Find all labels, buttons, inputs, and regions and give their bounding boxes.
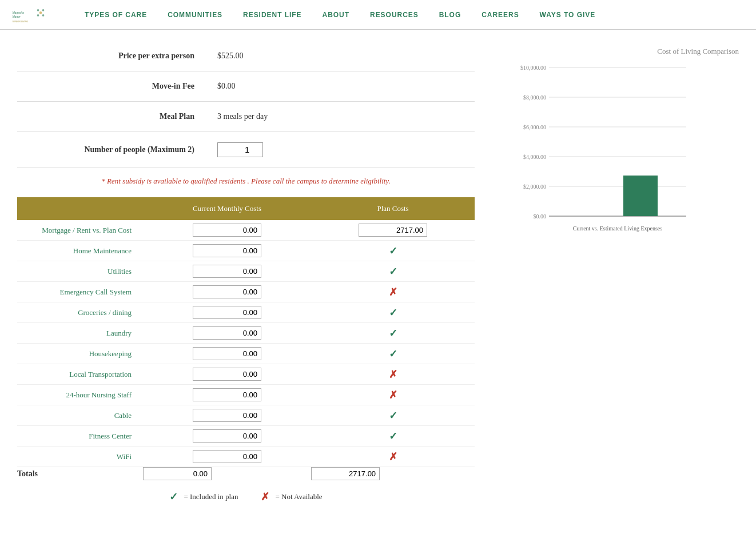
included-icon: ✓	[389, 266, 397, 277]
cross-icon: ✗	[261, 491, 269, 503]
col-header-plan: Plan Costs	[311, 197, 475, 220]
nav-link-blog[interactable]: BLOG	[429, 0, 472, 30]
legend-included: ✓ = Included in plan	[169, 491, 238, 503]
info-row-value: 3 meals per day	[217, 112, 469, 121]
people-count-input[interactable]	[217, 142, 263, 157]
row-current-cost[interactable]	[143, 241, 311, 261]
bar-plan	[623, 176, 658, 216]
table-row: WiFi✗	[17, 447, 475, 467]
table-row: Housekeeping✓	[17, 344, 475, 364]
nav-link-careers[interactable]: CAREERS	[471, 0, 529, 30]
chart-wrapper: $10,000.00 $8,000.00 $6,000.00 $4,000.00…	[509, 62, 703, 256]
info-row: Move-in Fee$0.00	[17, 71, 475, 102]
current-cost-input[interactable]	[193, 388, 261, 401]
left-panel: Price per extra person$525.00Move-in Fee…	[17, 41, 475, 509]
row-plan-cost: ✓	[311, 241, 475, 261]
table-row: Emergency Call System✗	[17, 282, 475, 302]
table-row: Utilities✓	[17, 261, 475, 282]
row-plan-cost: ✓	[311, 426, 475, 447]
not-available-icon: ✗	[389, 389, 397, 401]
nav-link-ways-to-give[interactable]: WAYS TO GIVE	[530, 0, 606, 30]
svg-text:$6,000.00: $6,000.00	[523, 124, 546, 130]
current-cost-input[interactable]	[193, 265, 261, 278]
totals-current[interactable]	[143, 467, 311, 481]
info-row-label: Meal Plan	[23, 112, 217, 121]
nav-link-types-of-care[interactable]: TYPES OF CARE	[74, 0, 157, 30]
included-icon: ✓	[389, 328, 397, 339]
row-plan-cost: ✓	[311, 323, 475, 344]
svg-text:$4,000.00: $4,000.00	[523, 154, 546, 160]
row-label: 24-hour Nursing Staff	[17, 385, 143, 405]
row-current-cost[interactable]	[143, 323, 311, 344]
current-cost-input[interactable]	[193, 326, 261, 340]
current-cost-input[interactable]	[193, 429, 261, 443]
table-row: Mortgage / Rent vs. Plan Cost	[17, 220, 475, 241]
chart-title: Cost of Living Comparison	[509, 47, 739, 56]
row-label: Emergency Call System	[17, 282, 143, 302]
nav-link-resident-life[interactable]: RESIDENT LIFE	[233, 0, 312, 30]
legend-area: ✓ = Included in plan ✗ = Not Available	[17, 480, 475, 509]
table-row: Local Transportation✗	[17, 364, 475, 385]
current-cost-input[interactable]	[193, 450, 261, 463]
current-cost-input[interactable]	[193, 347, 261, 360]
svg-text:$8,000.00: $8,000.00	[523, 94, 546, 101]
current-cost-input[interactable]	[193, 306, 261, 319]
row-current-cost[interactable]	[143, 302, 311, 323]
totals-plan[interactable]	[311, 467, 475, 481]
info-row-value: $525.00	[217, 51, 469, 61]
info-row-value: $0.00	[217, 82, 469, 91]
svg-point-5	[42, 14, 45, 16]
cost-table: Current Monthly Costs Plan Costs Mortgag…	[17, 197, 475, 480]
table-row: 24-hour Nursing Staff✗	[17, 385, 475, 405]
table-row: Groceries / dining✓	[17, 302, 475, 323]
svg-point-6	[37, 9, 39, 11]
navigation: Magnolia Manor SENIOR LIVING TYPES OF CA…	[0, 0, 756, 30]
current-cost-input[interactable]	[193, 244, 261, 257]
svg-text:$10,000.00: $10,000.00	[520, 65, 546, 71]
nav-link-about[interactable]: ABOUT	[312, 0, 360, 30]
legend-included-label: = Included in plan	[184, 492, 238, 501]
row-label: Housekeeping	[17, 344, 143, 364]
row-plan-cost[interactable]	[311, 220, 475, 241]
svg-text:SENIOR LIVING: SENIOR LIVING	[13, 20, 29, 22]
not-available-icon: ✗	[389, 369, 397, 380]
svg-text:Magnolia: Magnolia	[12, 10, 25, 14]
included-icon: ✓	[389, 348, 397, 360]
row-label: Laundry	[17, 323, 143, 344]
included-icon: ✓	[389, 245, 397, 257]
row-current-cost[interactable]	[143, 364, 311, 385]
current-cost-input[interactable]	[193, 409, 261, 422]
row-label: Mortgage / Rent vs. Plan Cost	[17, 220, 143, 241]
current-cost-input[interactable]	[193, 285, 261, 298]
row-current-cost[interactable]	[143, 385, 311, 405]
logo[interactable]: Magnolia Manor SENIOR LIVING	[11, 2, 57, 27]
row-label: Groceries / dining	[17, 302, 143, 323]
row-current-cost[interactable]	[143, 426, 311, 447]
chart-area: Cost of Living Comparison $10,000.00 $8,…	[498, 41, 739, 256]
info-row-label: Number of people (Maximum 2)	[23, 145, 217, 154]
info-row-label: Move-in Fee	[23, 82, 217, 91]
totals-current-input[interactable]	[143, 467, 212, 480]
row-current-cost[interactable]	[143, 282, 311, 302]
row-current-cost[interactable]	[143, 447, 311, 467]
row-plan-cost: ✗	[311, 282, 475, 302]
current-cost-input[interactable]	[193, 368, 261, 381]
not-available-icon: ✗	[389, 286, 397, 298]
row-current-cost[interactable]	[143, 220, 311, 241]
current-cost-input[interactable]	[193, 224, 261, 237]
info-row-value[interactable]	[217, 142, 469, 157]
totals-plan-input[interactable]	[311, 467, 380, 480]
col-header-current: Current Monthly Costs	[143, 197, 311, 220]
plan-cost-input[interactable]	[359, 224, 427, 237]
row-plan-cost: ✓	[311, 405, 475, 426]
row-current-cost[interactable]	[143, 261, 311, 282]
row-current-cost[interactable]	[143, 405, 311, 426]
row-current-cost[interactable]	[143, 344, 311, 364]
nav-link-resources[interactable]: RESOURCES	[360, 0, 429, 30]
row-plan-cost: ✓	[311, 261, 475, 282]
subsidy-notice: * Rent subsidy is available to qualified…	[17, 168, 475, 194]
svg-text:$2,000.00: $2,000.00	[523, 184, 546, 190]
row-plan-cost: ✗	[311, 364, 475, 385]
nav-link-communities[interactable]: COMMUNITIES	[157, 0, 233, 30]
info-row-label: Price per extra person	[23, 51, 217, 61]
